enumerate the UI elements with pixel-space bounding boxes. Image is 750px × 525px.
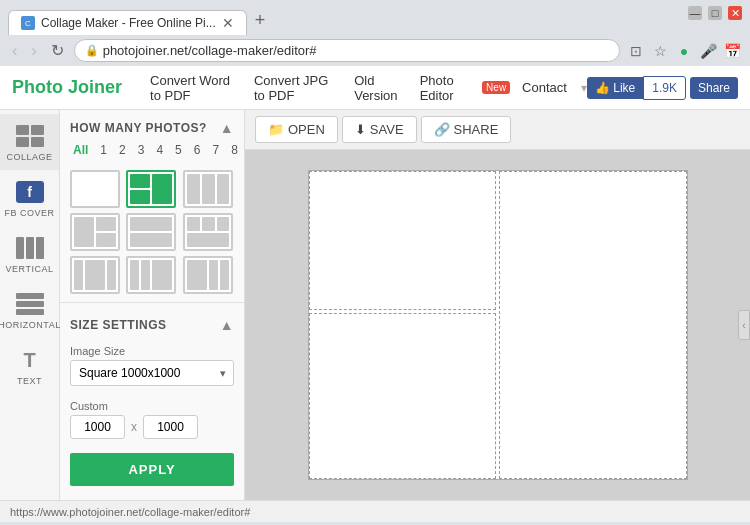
layout-thumb-1[interactable] <box>70 170 120 208</box>
custom-size-row: x <box>60 415 244 447</box>
svg-rect-6 <box>74 217 94 247</box>
nav-convert-jpg[interactable]: Convert JPG to PDF <box>246 69 342 107</box>
mic-icon[interactable]: 🎤 <box>698 41 718 61</box>
horizontal-icon <box>12 290 48 318</box>
save-label: SAVE <box>370 122 404 137</box>
svg-rect-10 <box>130 233 172 247</box>
control-panel: HOW MANY PHOTOS? ▲ All 1 2 3 4 5 6 7 8 <box>60 110 245 500</box>
canvas-toolbar: 📁 OPEN ⬇ SAVE 🔗 SHARE <box>245 110 750 150</box>
calendar-icon[interactable]: 📅 <box>722 41 742 61</box>
count-4[interactable]: 4 <box>153 142 166 158</box>
active-tab[interactable]: C Collage Maker - Free Online Pi... ✕ <box>8 10 247 35</box>
fb-like-section: 👍 Like 1.9K Share <box>587 76 738 100</box>
sidebar-item-vertical[interactable]: VERTICAL <box>0 226 59 282</box>
size-settings-toggle[interactable]: ▲ <box>220 317 234 333</box>
sidebar-item-fb-cover[interactable]: f FB COVER <box>0 170 59 226</box>
window-controls: — □ ✕ <box>688 6 742 20</box>
count-1[interactable]: 1 <box>97 142 110 158</box>
how-many-toggle[interactable]: ▲ <box>220 120 234 136</box>
count-8[interactable]: 8 <box>228 142 241 158</box>
svg-rect-22 <box>209 260 218 290</box>
new-tab-button[interactable]: + <box>247 6 274 35</box>
canvas-cell-right[interactable] <box>499 171 686 479</box>
reload-button[interactable]: ↻ <box>47 39 68 62</box>
nav-contact[interactable]: Contact <box>514 76 575 99</box>
open-button[interactable]: 📁 OPEN <box>255 116 338 143</box>
layout-grid <box>60 166 244 298</box>
collage-canvas[interactable] <box>308 170 688 480</box>
custom-width-input[interactable] <box>70 415 125 439</box>
svg-rect-15 <box>74 260 83 290</box>
status-bar: https://www.photojoiner.net/collage-make… <box>0 500 750 522</box>
count-3[interactable]: 3 <box>135 142 148 158</box>
new-badge: New <box>482 81 510 94</box>
svg-rect-19 <box>141 260 150 290</box>
svg-rect-2 <box>130 190 150 204</box>
count-7[interactable]: 7 <box>209 142 222 158</box>
tab-close-button[interactable]: ✕ <box>222 16 234 30</box>
svg-rect-21 <box>187 260 207 290</box>
open-label: OPEN <box>288 122 325 137</box>
url-bar[interactable]: 🔒 photojoiner.net/collage-maker/editor# <box>74 39 620 62</box>
sidebar-label-horizontal: HORIZONTAL <box>0 320 61 330</box>
layout-thumb-7[interactable] <box>70 256 120 294</box>
canvas-cell-bottom-left[interactable] <box>309 313 496 479</box>
brand-logo[interactable]: Photo Joiner <box>12 77 122 98</box>
back-button[interactable]: ‹ <box>8 40 21 62</box>
layout-thumb-8[interactable] <box>126 256 176 294</box>
share-label: SHARE <box>454 122 499 137</box>
image-size-select[interactable]: Square 1000x1000 Landscape 1200x800 Port… <box>70 360 234 386</box>
layout-thumb-4[interactable] <box>70 213 120 251</box>
bookmark-icon[interactable]: ☆ <box>650 41 670 61</box>
layout-thumb-9[interactable] <box>183 256 233 294</box>
svg-rect-9 <box>130 217 172 231</box>
forward-button[interactable]: › <box>27 40 40 62</box>
layout-thumb-5[interactable] <box>126 213 176 251</box>
layout-preview-7 <box>72 258 118 292</box>
svg-rect-14 <box>187 233 229 247</box>
browser-actions: ⊡ ☆ ● 🎤 📅 <box>626 41 742 61</box>
layout-thumb-3[interactable] <box>183 170 233 208</box>
how-many-label: HOW MANY PHOTOS? <box>70 121 207 135</box>
nav-photo-editor[interactable]: Photo Editor <box>412 69 476 107</box>
share-button[interactable]: Share <box>690 77 738 99</box>
custom-label: Custom <box>60 394 244 415</box>
svg-rect-8 <box>96 233 116 247</box>
minimize-button[interactable]: — <box>688 6 702 20</box>
count-5[interactable]: 5 <box>172 142 185 158</box>
open-icon: 📁 <box>268 122 284 137</box>
close-button[interactable]: ✕ <box>728 6 742 20</box>
layout-thumb-2[interactable] <box>126 170 176 208</box>
fb-like-button[interactable]: 👍 Like <box>587 77 643 99</box>
collage-icon <box>12 122 48 150</box>
how-many-header: HOW MANY PHOTOS? ▲ <box>60 110 244 142</box>
count-6[interactable]: 6 <box>191 142 204 158</box>
share-button-toolbar[interactable]: 🔗 SHARE <box>421 116 512 143</box>
sidebar-item-horizontal[interactable]: HORIZONTAL <box>0 282 59 338</box>
sidebar-item-text[interactable]: T TEXT <box>0 338 59 394</box>
tab-favicon: C <box>21 16 35 30</box>
count-all[interactable]: All <box>70 142 91 158</box>
extension-icon[interactable]: ● <box>674 41 694 61</box>
layout-preview-6 <box>185 215 231 249</box>
custom-height-input[interactable] <box>143 415 198 439</box>
size-settings-label: SIZE SETTINGS <box>70 318 167 332</box>
apply-button[interactable]: APPLY <box>70 453 234 486</box>
custom-x-label: x <box>131 420 137 434</box>
divider <box>60 302 244 303</box>
count-2[interactable]: 2 <box>116 142 129 158</box>
maximize-button[interactable]: □ <box>708 6 722 20</box>
tab-title: Collage Maker - Free Online Pi... <box>41 16 216 30</box>
layout-preview-3 <box>185 172 231 206</box>
layout-thumb-6[interactable] <box>183 213 233 251</box>
collapse-handle[interactable]: ‹ <box>738 310 750 340</box>
save-button[interactable]: ⬇ SAVE <box>342 116 417 143</box>
sidebar-item-collage[interactable]: COLLAGE <box>0 114 59 170</box>
canvas-cell-top-left[interactable] <box>309 171 496 310</box>
nav-convert-word[interactable]: Convert Word to PDF <box>142 69 242 107</box>
sidebar-label-collage: COLLAGE <box>6 152 52 162</box>
nav-old-version[interactable]: Old Version <box>346 69 407 107</box>
cast-icon[interactable]: ⊡ <box>626 41 646 61</box>
svg-rect-12 <box>202 217 215 231</box>
image-size-label: Image Size <box>60 339 244 360</box>
